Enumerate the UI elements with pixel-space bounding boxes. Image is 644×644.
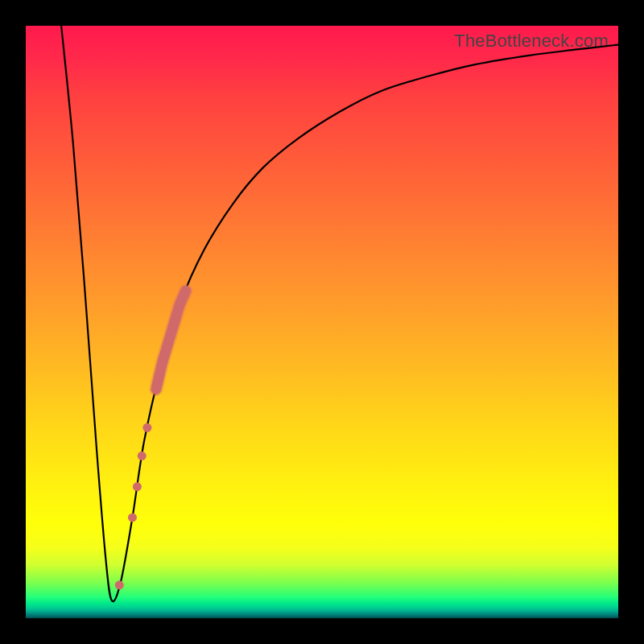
chart-frame: TheBottleneck.com [0, 0, 644, 644]
highlight-dot [128, 513, 137, 522]
highlight-segment-upper [156, 291, 186, 389]
highlight-dot-bottom [115, 580, 124, 589]
bottleneck-curve-path [61, 26, 618, 601]
plot-area: TheBottleneck.com [26, 26, 618, 618]
highlight-dot [138, 452, 147, 460]
chart-svg [26, 26, 618, 618]
highlight-dot [115, 580, 124, 589]
highlight-dot [133, 482, 142, 491]
highlight-dot [142, 423, 151, 432]
